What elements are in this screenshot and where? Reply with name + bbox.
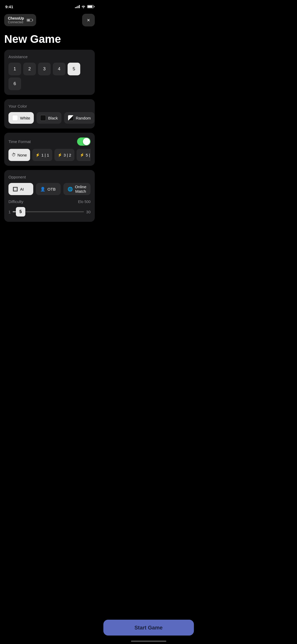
color-btn-white[interactable]: White bbox=[8, 112, 34, 124]
difficulty-slider-row: 1 5 30 bbox=[8, 206, 91, 217]
assistance-btn-4[interactable]: 4 bbox=[53, 63, 65, 75]
difficulty-label: Difficulty bbox=[8, 199, 23, 204]
your-color-card: Your Color WhiteBlackRandom bbox=[4, 99, 95, 128]
color-btn-row: WhiteBlackRandom bbox=[8, 112, 91, 124]
status-bar: 9:41 bbox=[0, 0, 99, 12]
time-format-card: Time Format ⏱None⚡1 | 1⚡3 | 2⚡5 | 5 bbox=[4, 133, 95, 166]
bottom-spacer bbox=[0, 226, 99, 252]
difficulty-slider[interactable]: 5 bbox=[13, 206, 84, 217]
time-format-toggle[interactable] bbox=[77, 137, 91, 146]
opponent-btn-ai[interactable]: 🔲AI bbox=[8, 183, 33, 195]
time-btn-5|5[interactable]: ⚡5 | 5 bbox=[77, 149, 91, 161]
elo-label: Elo 500 bbox=[78, 200, 91, 204]
chessup-badge: ChessUp Connected bbox=[4, 14, 36, 26]
ai-icon: 🔲 bbox=[13, 187, 18, 192]
color-btn-random[interactable]: Random bbox=[64, 112, 95, 124]
page-title: New Game bbox=[0, 31, 99, 50]
time-btn-none[interactable]: ⏱None bbox=[8, 149, 30, 161]
black-label: Black bbox=[48, 116, 58, 120]
opponent-btn-otb[interactable]: 👤OTB bbox=[36, 183, 61, 195]
opponent-card: Opponent 🔲AI👤OTB🌐Online Match Difficulty… bbox=[4, 170, 95, 222]
color-label: Your Color bbox=[8, 104, 91, 108]
status-time: 9:41 bbox=[5, 4, 13, 9]
assistance-btn-3[interactable]: 3 bbox=[38, 63, 51, 75]
assistance-btn-5[interactable]: 5 bbox=[68, 63, 80, 75]
clock-icon: ⏱ bbox=[12, 153, 16, 157]
wifi-icon bbox=[81, 5, 86, 8]
assistance-label: Assistance bbox=[8, 54, 91, 59]
status-icons bbox=[75, 5, 94, 8]
assistance-btn-2[interactable]: 2 bbox=[23, 63, 36, 75]
bolt-icon: ⚡ bbox=[58, 153, 62, 157]
assistance-btn-row: 123456 bbox=[8, 63, 91, 90]
opponent-btn-row: 🔲AI👤OTB🌐Online Match bbox=[8, 183, 91, 195]
white-swatch bbox=[12, 115, 18, 121]
slider-max-label: 30 bbox=[86, 210, 91, 214]
difficulty-header: Difficulty Elo 500 bbox=[8, 199, 91, 204]
white-label: White bbox=[20, 116, 30, 120]
random-swatch bbox=[68, 115, 74, 121]
random-label: Random bbox=[76, 116, 91, 120]
app-name: ChessUp bbox=[8, 16, 24, 20]
time-format-label: Time Format bbox=[8, 139, 31, 144]
black-swatch bbox=[40, 115, 46, 121]
assistance-card: Assistance 123456 bbox=[4, 50, 95, 95]
opponent-btn-online[interactable]: 🌐Online Match bbox=[63, 183, 91, 195]
assistance-btn-1[interactable]: 1 bbox=[8, 63, 21, 75]
slider-thumb[interactable]: 5 bbox=[16, 207, 25, 217]
header-row: ChessUp Connected × bbox=[0, 12, 99, 29]
slider-min-label: 1 bbox=[8, 210, 11, 214]
device-battery-icon bbox=[27, 19, 32, 22]
close-button[interactable]: × bbox=[82, 14, 95, 26]
battery-icon bbox=[87, 5, 94, 8]
time-format-header: Time Format bbox=[8, 137, 91, 146]
toggle-knob bbox=[83, 138, 90, 145]
online-icon: 🌐 bbox=[68, 187, 73, 192]
assistance-btn-6[interactable]: 6 bbox=[8, 77, 21, 90]
bolt-icon: ⚡ bbox=[80, 153, 84, 157]
time-btn-3|2[interactable]: ⚡3 | 2 bbox=[54, 149, 74, 161]
signal-icon bbox=[75, 5, 80, 8]
otb-icon: 👤 bbox=[40, 187, 45, 192]
time-btn-row: ⏱None⚡1 | 1⚡3 | 2⚡5 | 5 bbox=[8, 149, 91, 161]
bolt-icon: ⚡ bbox=[35, 153, 40, 157]
time-btn-1|1[interactable]: ⚡1 | 1 bbox=[32, 149, 52, 161]
connection-status: Connected bbox=[8, 20, 24, 24]
opponent-label: Opponent bbox=[8, 175, 91, 179]
color-btn-black[interactable]: Black bbox=[36, 112, 62, 124]
